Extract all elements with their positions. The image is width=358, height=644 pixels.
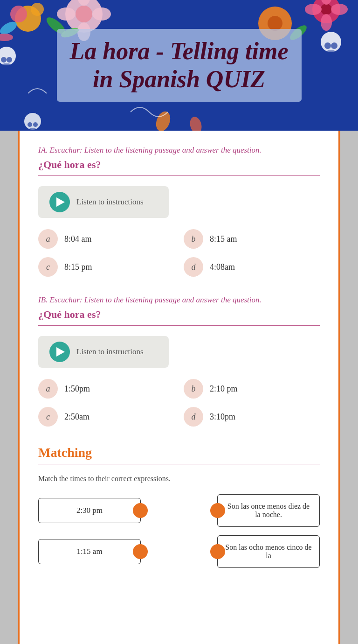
header-banner: La hora - Telling time in Spanish QUIZ <box>0 0 358 131</box>
ia-choice-b[interactable]: b 8:15 am <box>184 229 320 249</box>
ib-choice-c[interactable]: c 2:50am <box>38 407 174 427</box>
ib-choice-d-text: 3:10pm <box>210 412 235 422</box>
ib-listen-button[interactable]: Listen to instructions <box>38 336 169 368</box>
ia-choice-b-text: 8:15 am <box>210 234 237 244</box>
svg-point-33 <box>28 122 32 127</box>
match-row-2: 1:15 am Son las ocho menos cinco de la <box>38 535 320 568</box>
svg-point-18 <box>331 4 348 15</box>
ia-choice-c[interactable]: c 8:15 pm <box>38 257 174 277</box>
svg-point-20 <box>1 57 7 63</box>
svg-point-1 <box>10 6 27 22</box>
svg-point-16 <box>321 14 332 31</box>
svg-point-19 <box>0 47 16 65</box>
section-ia: IA. Escuchar: Listen to the listening pa… <box>38 146 320 277</box>
svg-point-32 <box>24 113 41 130</box>
ib-instruction: IB. Escuchar: Listen to the listening pa… <box>38 295 320 305</box>
header-title-box: La hora - Telling time in Spanish QUIZ <box>57 29 302 102</box>
svg-point-10 <box>92 7 111 21</box>
ib-question: ¿Qué hora es? <box>38 308 320 321</box>
svg-point-13 <box>312 0 340 23</box>
match-left-2[interactable]: 1:15 am <box>38 539 141 564</box>
ia-listen-button[interactable]: Listen to instructions <box>38 186 169 218</box>
svg-point-2 <box>31 3 44 16</box>
matching-title: Matching <box>38 445 320 460</box>
ib-choice-b[interactable]: b 2:10 pm <box>184 379 320 399</box>
svg-point-25 <box>331 42 337 49</box>
svg-point-3 <box>0 19 19 36</box>
svg-point-31 <box>188 116 203 131</box>
svg-point-15 <box>321 0 332 5</box>
ia-bubble-a: a <box>38 229 58 249</box>
svg-point-30 <box>153 110 172 131</box>
ib-choice-d[interactable]: d 3:10pm <box>184 407 320 427</box>
ia-choice-a[interactable]: a 8:04 am <box>38 229 174 249</box>
svg-point-4 <box>0 34 13 41</box>
ia-bubble-b: b <box>184 229 203 249</box>
svg-point-24 <box>324 42 331 49</box>
ia-play-circle <box>49 192 70 212</box>
ib-bubble-a: a <box>38 379 58 399</box>
ib-bubble-b: b <box>184 379 203 399</box>
ia-choice-c-text: 8:15 pm <box>64 262 92 272</box>
svg-point-21 <box>7 57 12 63</box>
ib-choice-a[interactable]: a 1:50pm <box>38 379 174 399</box>
ib-bubble-c: c <box>38 407 58 427</box>
svg-point-9 <box>57 7 76 21</box>
ib-divider <box>38 325 320 326</box>
match-dot-right-2 <box>210 544 225 559</box>
svg-rect-26 <box>327 50 335 53</box>
ia-question: ¿Qué hora es? <box>38 159 320 171</box>
ib-play-triangle <box>56 347 65 357</box>
svg-point-34 <box>33 122 38 127</box>
ib-choice-a-text: 1:50pm <box>64 384 90 394</box>
svg-point-7 <box>77 0 90 6</box>
svg-point-17 <box>305 4 322 15</box>
ia-play-triangle <box>56 197 65 207</box>
svg-point-5 <box>65 0 103 33</box>
ib-listen-label: Listen to instructions <box>76 347 144 357</box>
svg-point-6 <box>76 6 92 22</box>
svg-point-12 <box>268 16 282 31</box>
match-left-1[interactable]: 2:30 pm <box>38 498 141 523</box>
ib-play-circle <box>49 342 70 362</box>
ia-bubble-c: c <box>38 257 58 277</box>
ib-bubble-d: d <box>184 407 203 427</box>
header-title: La hora - Telling time in Spanish QUIZ <box>70 37 289 93</box>
matching-divider <box>38 464 320 464</box>
match-right-2[interactable]: Son las ocho menos cinco de la <box>217 535 320 568</box>
ia-choices-grid: a 8:04 am b 8:15 am c 8:15 pm d 4:08am <box>38 229 320 277</box>
match-dot-left-2 <box>133 544 148 559</box>
ib-choices-grid: a 1:50pm b 2:10 pm c 2:50am d 3:10pm <box>38 379 320 427</box>
ib-choice-c-text: 2:50am <box>64 412 90 422</box>
match-right-1[interactable]: Son las once menos diez de la noche. <box>217 494 320 527</box>
ia-choice-d[interactable]: d 4:08am <box>184 257 320 277</box>
svg-point-23 <box>321 32 341 52</box>
svg-rect-22 <box>3 63 10 66</box>
match-dot-left-1 <box>133 503 148 518</box>
ia-divider <box>38 175 320 176</box>
content-card: IA. Escuchar: Listen to the listening pa… <box>18 131 340 644</box>
ia-listen-label: Listen to instructions <box>76 197 144 207</box>
ia-instruction: IA. Escuchar: Listen to the listening pa… <box>38 146 320 155</box>
matching-section: Matching Match the times to their correc… <box>38 445 320 568</box>
svg-rect-35 <box>29 128 36 130</box>
svg-point-0 <box>15 6 41 32</box>
section-ib: IB. Escuchar: Listen to the listening pa… <box>38 295 320 427</box>
ia-bubble-d: d <box>184 257 203 277</box>
ia-choice-a-text: 8:04 am <box>64 234 92 244</box>
match-row-1: 2:30 pm Son las once menos diez de la no… <box>38 494 320 527</box>
ia-choice-d-text: 4:08am <box>210 262 235 272</box>
matching-description: Match the times to their correct express… <box>38 475 320 483</box>
svg-point-14 <box>321 4 332 15</box>
match-dot-right-1 <box>210 503 225 518</box>
ib-choice-b-text: 2:10 pm <box>210 384 238 394</box>
